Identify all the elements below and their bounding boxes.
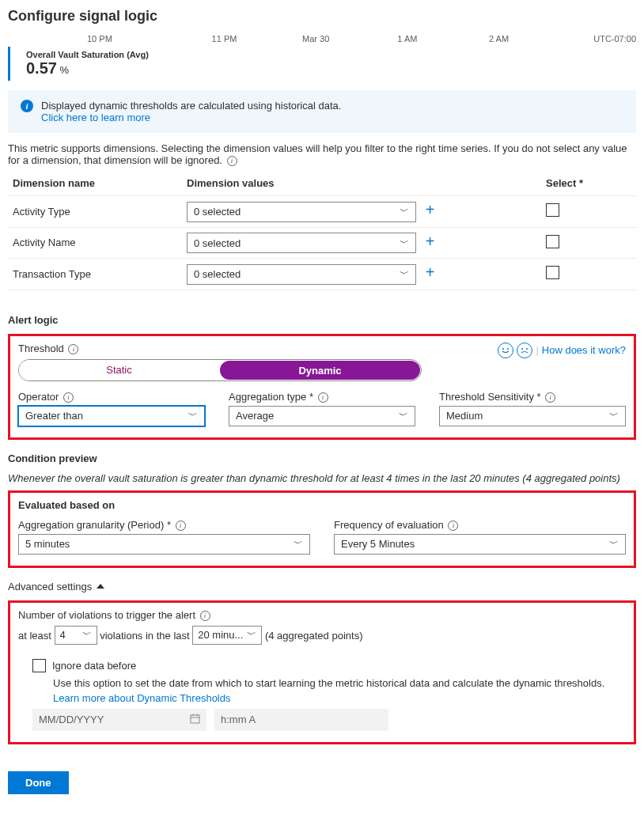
col-select: Select *: [541, 171, 636, 196]
time-tick: UTC-07:00: [544, 34, 636, 44]
col-name: Dimension name: [8, 171, 182, 196]
time-tick: 10 PM: [8, 34, 179, 44]
add-dimension-button[interactable]: +: [419, 233, 441, 250]
chevron-down-icon: ﹀: [399, 409, 408, 422]
chevron-down-icon: ﹀: [400, 267, 409, 281]
aggtype-select[interactable]: Average﹀: [229, 406, 415, 426]
metric-unit: %: [60, 64, 70, 76]
info-icon[interactable]: i: [448, 521, 458, 531]
chevron-down-icon: ﹀: [82, 628, 92, 642]
advanced-settings-toggle[interactable]: Advanced settings: [8, 581, 636, 593]
aggtype-label: Aggregation type *: [229, 391, 313, 403]
ignore-checkbox[interactable]: [32, 659, 46, 672]
operator-label: Operator: [18, 391, 59, 403]
dim-value-select[interactable]: 0 selected﹀: [187, 233, 416, 253]
dim-name: Activity Name: [8, 227, 182, 259]
metric-value: 0.57: [26, 59, 57, 77]
table-row: Activity Type 0 selected﹀ +: [8, 196, 636, 228]
chevron-down-icon: ﹀: [400, 237, 409, 250]
violations-line: at least 4﹀ violations in the last 20 mi…: [18, 626, 626, 645]
info-icon[interactable]: i: [200, 611, 210, 621]
smile-icon[interactable]: [498, 343, 513, 358]
done-button[interactable]: Done: [8, 771, 69, 794]
chevron-up-icon: [97, 584, 104, 589]
ignore-label: Ignore data before: [52, 660, 136, 672]
ignore-desc: Use this option to set the date from whi…: [53, 677, 626, 689]
svg-point-2: [521, 348, 523, 350]
granularity-label: Aggregation granularity (Period) *: [18, 519, 171, 531]
info-icon[interactable]: i: [176, 521, 186, 531]
col-values: Dimension values: [182, 171, 541, 196]
dimensions-intro: This metric supports dimensions. Selecti…: [8, 142, 636, 166]
add-dimension-button[interactable]: +: [419, 201, 441, 218]
dim-name: Activity Type: [8, 196, 182, 228]
table-row: Transaction Type 0 selected﹀ +: [8, 259, 636, 290]
dimensions-table: Dimension name Dimension values Select *…: [8, 171, 636, 290]
alert-logic-heading: Alert logic: [8, 314, 636, 326]
violations-window-select[interactable]: 20 minu...﹀: [192, 626, 262, 645]
svg-point-1: [507, 348, 509, 350]
dim-name: Transaction Type: [8, 259, 182, 290]
alert-logic-box: Threshold i | How does it work? Static D…: [8, 334, 636, 440]
feedback-group: | How does it work?: [498, 343, 626, 358]
threshold-static[interactable]: Static: [19, 360, 219, 380]
info-icon[interactable]: i: [63, 392, 74, 403]
svg-point-0: [502, 348, 504, 350]
frequency-select[interactable]: Every 5 Minutes﹀: [334, 534, 626, 555]
dim-value-select[interactable]: 0 selected﹀: [187, 202, 416, 222]
info-icon[interactable]: i: [545, 392, 555, 403]
threshold-toggle[interactable]: Static Dynamic: [18, 359, 422, 381]
violations-count-select[interactable]: 4﹀: [55, 626, 97, 645]
info-icon: i: [21, 100, 33, 112]
granularity-select[interactable]: 5 minutes﹀: [18, 534, 310, 555]
page-title: Configure signal logic: [8, 8, 636, 25]
time-tick: 2 AM: [453, 34, 545, 44]
learn-more-link[interactable]: Click here to learn more: [41, 112, 341, 123]
evaluated-box: Evaluated based on Aggregation granulari…: [8, 490, 636, 568]
svg-rect-4: [191, 715, 199, 723]
calendar-icon: [190, 714, 200, 726]
table-row: Activity Name 0 selected﹀ +: [8, 227, 636, 259]
chevron-down-icon: ﹀: [294, 537, 303, 551]
select-checkbox[interactable]: [546, 203, 559, 217]
svg-point-3: [526, 348, 528, 350]
info-icon[interactable]: i: [318, 392, 328, 403]
add-dimension-button[interactable]: +: [419, 263, 441, 281]
info-icon[interactable]: i: [68, 344, 78, 354]
sensitivity-label: Threshold Sensitivity *: [439, 391, 541, 403]
ignore-time-input[interactable]: h:mm A: [214, 709, 388, 731]
threshold-label: Threshold: [18, 343, 64, 354]
metric-label: Overall Vault Saturation (Avg): [26, 50, 620, 59]
select-checkbox[interactable]: [546, 266, 559, 279]
info-icon[interactable]: i: [227, 156, 237, 166]
chevron-down-icon: ﹀: [247, 628, 256, 642]
chevron-down-icon: ﹀: [609, 409, 619, 422]
advanced-box: Number of violations to trigger the aler…: [8, 600, 636, 744]
operator-select[interactable]: Greater than﹀: [18, 406, 205, 426]
evaluated-heading: Evaluated based on: [18, 499, 626, 511]
dim-value-select[interactable]: 0 selected﹀: [187, 264, 416, 285]
frequency-label: Frequency of evaluation: [334, 519, 444, 531]
time-tick: 1 AM: [362, 34, 453, 44]
dynamic-thresholds-link[interactable]: Learn more about Dynamic Thresholds: [53, 692, 626, 704]
ignore-date-input[interactable]: MM/DD/YYYY: [32, 709, 206, 731]
time-tick: Mar 30: [270, 34, 362, 44]
threshold-dynamic[interactable]: Dynamic: [220, 361, 420, 380]
sensitivity-select[interactable]: Medium﹀: [439, 406, 626, 426]
chevron-down-icon: ﹀: [400, 205, 409, 218]
metric-card: Overall Vault Saturation (Avg) 0.57 %: [8, 47, 636, 81]
select-checkbox[interactable]: [546, 235, 559, 248]
separator: |: [536, 344, 538, 356]
chevron-down-icon: ﹀: [609, 537, 619, 551]
frown-icon[interactable]: [517, 343, 532, 358]
chevron-down-icon: ﹀: [188, 409, 198, 422]
time-tick: 11 PM: [179, 34, 271, 44]
preview-text: Whenever the overall vault saturation is…: [8, 472, 636, 484]
time-axis: 10 PM 11 PM Mar 30 1 AM 2 AM UTC-07:00: [8, 34, 636, 47]
info-banner: i Displayed dynamic thresholds are calcu…: [8, 90, 636, 133]
banner-text: Displayed dynamic thresholds are calcula…: [41, 100, 341, 112]
preview-heading: Condition preview: [8, 452, 636, 464]
how-it-works-link[interactable]: How does it work?: [542, 344, 626, 356]
violations-label: Number of violations to trigger the aler…: [18, 609, 195, 621]
